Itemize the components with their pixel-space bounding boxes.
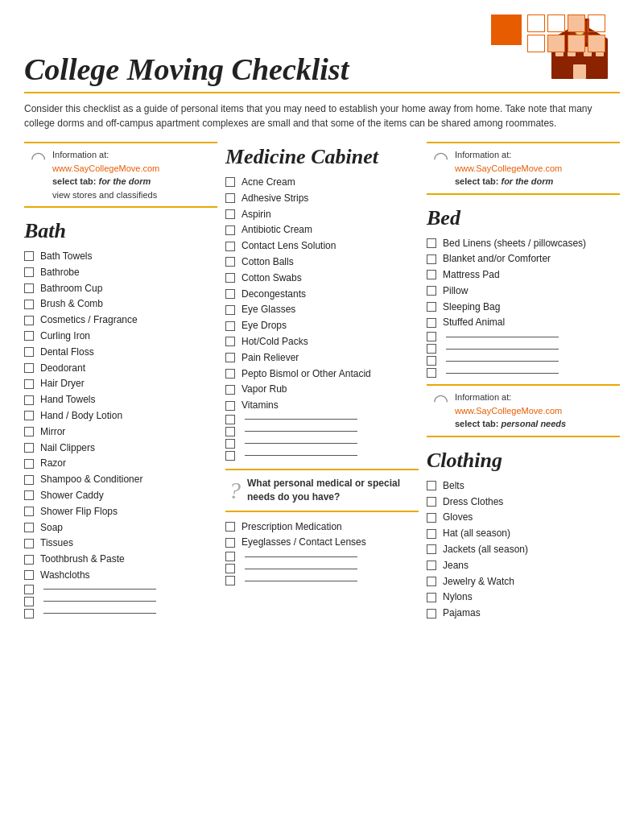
checkbox[interactable]: [427, 497, 436, 507]
list-item: Aspirin: [225, 208, 419, 221]
checkbox[interactable]: [225, 385, 235, 395]
checkbox[interactable]: [225, 193, 235, 203]
checkbox[interactable]: [24, 411, 34, 420]
checkbox[interactable]: [24, 251, 34, 261]
checkbox[interactable]: [24, 331, 34, 341]
checkbox[interactable]: [225, 415, 235, 424]
checkbox[interactable]: [225, 439, 235, 449]
checkbox[interactable]: [24, 507, 34, 516]
list-item: Antibiotic Cream: [225, 223, 419, 237]
checkbox[interactable]: [225, 401, 235, 411]
checkbox[interactable]: [24, 363, 34, 373]
list-item: Pepto Bismol or Other Antacid: [225, 367, 419, 381]
list-item: Belts: [427, 479, 620, 493]
checkbox[interactable]: [427, 302, 436, 312]
list-item: Tissues: [24, 536, 217, 550]
list-item: Cotton Balls: [225, 255, 419, 269]
question-block: ? What personal medical or special needs…: [225, 469, 419, 512]
checkbox[interactable]: [24, 555, 34, 565]
checkbox[interactable]: [225, 305, 235, 315]
checkbox[interactable]: [24, 300, 34, 309]
checkbox[interactable]: [24, 379, 34, 389]
list-item: Acne Cream: [225, 176, 419, 189]
checkbox[interactable]: [225, 564, 235, 573]
list-item: Razor: [24, 457, 217, 470]
checkbox[interactable]: [24, 609, 34, 618]
grid-sq-8: [588, 35, 605, 52]
header-area: College Moving Checklist: [24, 14, 620, 87]
checkbox[interactable]: [24, 597, 34, 606]
checkbox[interactable]: [225, 538, 235, 548]
checkbox[interactable]: [225, 242, 235, 251]
checkbox[interactable]: [225, 321, 235, 331]
checkbox[interactable]: [24, 475, 34, 485]
checkbox[interactable]: [427, 270, 436, 279]
checkbox[interactable]: [225, 225, 235, 235]
checkbox[interactable]: [427, 254, 436, 264]
blank-line: [245, 569, 357, 569]
checkbox[interactable]: [24, 523, 34, 532]
blank-line: [446, 373, 559, 374]
checkbox[interactable]: [24, 443, 34, 453]
clothing-heading: Clothing: [427, 449, 620, 473]
checkbox[interactable]: [225, 177, 235, 187]
checkbox[interactable]: [24, 267, 34, 277]
checkbox[interactable]: [427, 238, 436, 248]
checkbox[interactable]: [427, 593, 436, 602]
checkbox[interactable]: [225, 273, 235, 283]
list-item: Bed Linens (sheets / pillowcases): [427, 237, 620, 250]
checkbox[interactable]: [225, 353, 235, 362]
checkbox[interactable]: [24, 427, 34, 436]
checkbox[interactable]: [427, 481, 436, 490]
list-item: Dental Floss: [24, 345, 217, 359]
checkbox[interactable]: [24, 347, 34, 357]
list-item-blank: [427, 368, 620, 378]
list-item-blank: [24, 585, 217, 594]
checkbox[interactable]: [427, 577, 436, 586]
checkbox[interactable]: [427, 318, 436, 328]
checkbox[interactable]: [427, 544, 436, 554]
blank-line: [43, 601, 156, 602]
checkbox[interactable]: [225, 451, 235, 461]
checkbox[interactable]: [225, 369, 235, 379]
checkbox[interactable]: [24, 395, 34, 405]
info-url-rt[interactable]: www.SayCollegeMove.com: [455, 163, 562, 173]
list-item-blank: [24, 597, 217, 606]
checkbox[interactable]: [24, 570, 34, 580]
checkbox[interactable]: [427, 561, 436, 570]
list-item: Nail Clippers: [24, 441, 217, 455]
info-select-text-rt: for the dorm: [501, 176, 553, 186]
checkbox[interactable]: [225, 552, 235, 561]
info-select-prefix-left: select tab:: [52, 176, 96, 186]
checkbox[interactable]: [225, 576, 235, 585]
list-item: Cosmetics / Fragrance: [24, 313, 217, 327]
list-item: Adhesive Strips: [225, 192, 419, 205]
info-url-left[interactable]: www.SayCollegeMove.com: [52, 163, 159, 173]
checkbox[interactable]: [225, 289, 235, 299]
grid-sq-3: [568, 14, 585, 32]
checkbox[interactable]: [24, 539, 34, 548]
info-url-rb[interactable]: www.SayCollegeMove.com: [455, 406, 562, 416]
checkbox[interactable]: [24, 316, 34, 325]
checkbox[interactable]: [24, 283, 34, 293]
col-2: Medicine Cabinet Acne Cream Adhesive Str…: [225, 142, 427, 592]
checkbox[interactable]: [225, 209, 235, 219]
checkbox[interactable]: [427, 529, 436, 539]
info-box-right-bottom: ◠ Information at: www.SayCollegeMove.com…: [427, 384, 620, 437]
checkbox[interactable]: [427, 609, 436, 618]
checkbox[interactable]: [427, 513, 436, 523]
checkbox[interactable]: [225, 427, 235, 436]
checkbox[interactable]: [24, 459, 34, 469]
checkbox[interactable]: [427, 332, 436, 341]
checkbox[interactable]: [427, 344, 436, 354]
checkbox[interactable]: [24, 585, 34, 594]
checkbox[interactable]: [225, 522, 235, 532]
checkbox[interactable]: [427, 368, 436, 378]
checkbox[interactable]: [225, 337, 235, 346]
checkbox[interactable]: [427, 356, 436, 366]
checkbox[interactable]: [24, 490, 34, 500]
blank-line: [245, 556, 357, 557]
checkbox[interactable]: [427, 286, 436, 296]
checkbox[interactable]: [225, 257, 235, 267]
medicine-heading: Medicine Cabinet: [225, 145, 419, 169]
